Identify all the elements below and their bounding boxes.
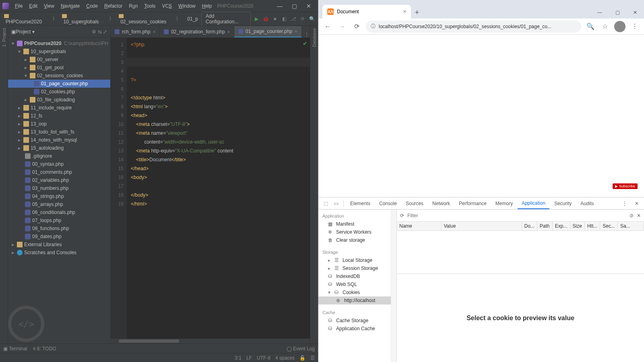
browser-minimize-icon[interactable]: — — [591, 6, 609, 19]
ide-toolbar: PHPCourse2020〉 10_superglobals〉 02_sessi… — [0, 12, 318, 26]
menu-view[interactable]: View — [41, 2, 57, 10]
sidebar-scrollbar[interactable] — [391, 210, 396, 362]
menu-tools[interactable]: Tools — [141, 2, 158, 10]
run-icon[interactable]: ▶ — [253, 15, 260, 23]
stop-icon[interactable]: ■ — [272, 15, 279, 23]
url-text: localhost/PHPCourse2020/10_superglobals/… — [379, 24, 551, 29]
editor-area: rch_form.php× 02_registration_form.php× … — [111, 26, 310, 343]
cookies-table[interactable]: Name Value Do... Path Exp... Size Htt...… — [397, 222, 644, 274]
sidebar-websql[interactable]: ⛁Web SQL — [318, 280, 396, 288]
forward-icon[interactable]: → — [337, 21, 347, 32]
menu-edit[interactable]: Edit — [26, 2, 40, 10]
device-toolbar-icon[interactable]: ▭ — [331, 199, 341, 208]
back-icon[interactable]: ← — [322, 21, 333, 32]
sidebar-cache-storage[interactable]: ⛁Cache Storage — [318, 317, 396, 325]
dt-tab-network[interactable]: Network — [428, 198, 454, 209]
inspect-element-icon[interactable]: ⬚ — [321, 199, 330, 208]
project-header: ▣ Project▾ ⚙ ⇆ ⤢ — [8, 26, 110, 38]
profile-avatar[interactable] — [614, 21, 625, 32]
bookmark-icon[interactable]: ☆ — [600, 21, 610, 32]
dt-tab-security[interactable]: Security — [550, 198, 576, 209]
file-encoding[interactable]: UTF-8 — [257, 355, 270, 361]
update-icon[interactable]: ⟳ — [299, 15, 306, 23]
database-tool-button[interactable]: Database — [312, 28, 317, 47]
cookies-filter-input[interactable] — [407, 213, 626, 218]
menu-vcs[interactable]: VCS — [159, 2, 175, 10]
menu-help[interactable]: Help — [199, 2, 215, 10]
sidebar-session-storage[interactable]: ▸☰Session Storage — [318, 264, 396, 272]
refresh-icon[interactable]: ⟳ — [400, 213, 404, 218]
sidebar-service-workers[interactable]: ✲Service Workers — [318, 228, 396, 236]
todo-button[interactable]: ≡ 6: TODO — [33, 346, 56, 352]
mem-icon: ☰ — [310, 355, 315, 361]
debug-icon[interactable]: 🐞 — [262, 15, 269, 23]
sidebar-manifest[interactable]: ▦Manifest — [318, 220, 396, 228]
coverage-icon[interactable]: ◧ — [281, 15, 288, 23]
project-tool-button[interactable]: 1: Project — [2, 28, 6, 47]
browser-maximize-icon[interactable]: ▢ — [609, 6, 626, 19]
event-log-button[interactable]: ◯ Event Log — [287, 346, 315, 352]
site-info-icon[interactable]: ⓘ — [371, 23, 376, 30]
new-tab-button[interactable]: + — [411, 6, 423, 19]
indent-setting[interactable]: 4 spaces — [275, 355, 295, 361]
youtube-subscribe-badge[interactable]: ▶ Subscribe — [613, 183, 638, 189]
sidebar-clear-storage[interactable]: 🗑Clear storage — [318, 236, 396, 244]
clear-all-icon[interactable]: ⊘ — [630, 213, 634, 218]
sidebar-indexeddb[interactable]: ⛁IndexedDB — [318, 272, 396, 280]
close-tab-icon[interactable]: × — [403, 9, 406, 14]
terminal-button[interactable]: ▣ Terminal — [3, 346, 27, 352]
reload-icon[interactable]: ⟳ — [351, 21, 362, 32]
sidebar-cookies[interactable]: ▾⛁Cookies — [318, 288, 396, 296]
editor-scrollbar[interactable] — [111, 339, 310, 343]
menu-code[interactable]: Code — [83, 2, 101, 10]
add-configuration-button[interactable]: Add Configuration... — [201, 12, 251, 26]
delete-icon[interactable]: ✕ — [637, 213, 641, 218]
dt-tab-elements[interactable]: Elements — [346, 198, 374, 209]
code-editor[interactable]: 12345678910111213141516171819 <?php ?> <… — [111, 38, 310, 339]
ide-statusbar: 3:1 LF UTF-8 4 spaces 🔓 ☰ — [0, 353, 318, 362]
readonly-icon[interactable]: 🔓 — [299, 355, 305, 361]
sidebar-local-storage[interactable]: ▸☰Local Storage — [318, 256, 396, 264]
sidebar-application-cache[interactable]: ⛁Application Cache — [318, 325, 396, 333]
browser-close-icon[interactable]: ✕ — [626, 6, 644, 19]
project-settings-icon[interactable]: ⚙ ⇆ ⤢ — [92, 29, 107, 35]
dt-tab-console[interactable]: Console — [375, 198, 401, 209]
ide-menu: File Edit View Navigate Code Refactor Ru… — [12, 2, 215, 10]
close-icon[interactable]: × — [153, 29, 155, 34]
dt-settings-icon[interactable]: ⋮ — [620, 199, 630, 208]
browser-tab[interactable]: ΧΛ Document × — [322, 5, 411, 19]
menu-run[interactable]: Run — [126, 2, 140, 10]
dt-tab-application[interactable]: Application — [518, 198, 549, 209]
dt-tab-audits[interactable]: Audits — [576, 198, 598, 209]
caret-position[interactable]: 3:1 — [235, 355, 242, 361]
ide-close-icon[interactable]: ✕ — [302, 2, 316, 10]
breadcrumb[interactable]: PHPCourse2020〉 10_superglobals〉 02_sessi… — [2, 12, 201, 25]
devtools-sidebar[interactable]: Application ▦Manifest ✲Service Workers 🗑… — [318, 210, 397, 362]
dt-tab-performance[interactable]: Performance — [455, 198, 491, 209]
git-icon[interactable]: ⎇ — [290, 15, 297, 23]
dt-tab-sources[interactable]: Sources — [402, 198, 427, 209]
menu-icon[interactable]: ⋮ — [630, 21, 640, 32]
dt-tab-memory[interactable]: Memory — [491, 198, 517, 209]
tab-registration-form[interactable]: 02_registration_form.php× — [160, 26, 234, 37]
zoom-icon[interactable]: 🔍 — [585, 21, 596, 32]
line-ending[interactable]: LF — [246, 355, 252, 361]
browser-toolbar: ← → ⟳ ⓘ localhost/PHPCourse2020/10_super… — [318, 19, 644, 35]
tab-search-form[interactable]: rch_form.php× — [111, 26, 160, 37]
search-everywhere-icon[interactable]: 🔍 — [309, 15, 316, 23]
menu-file[interactable]: File — [12, 2, 25, 10]
menu-refactor[interactable]: Refactor — [101, 2, 125, 10]
dt-close-icon[interactable]: ✕ — [632, 199, 642, 208]
project-tree[interactable]: ▾PHPCourse2020C:\xampp\htdocs\PH ▾10_sup… — [8, 38, 110, 343]
menu-window[interactable]: Window — [175, 2, 198, 10]
code-content[interactable]: <?php ?> <!doctype html> <html lang="en"… — [127, 38, 310, 339]
menu-navigate[interactable]: Navigate — [58, 2, 83, 10]
tab-page-counter[interactable]: 01_page_counter.php× — [234, 26, 302, 37]
close-icon[interactable]: × — [295, 29, 297, 34]
sidebar-cookies-localhost[interactable]: ⊕http://localhost — [318, 296, 396, 304]
ide-minimize-icon[interactable]: — — [273, 2, 287, 10]
devtools-tabs: ⬚ ▭ Elements Console Sources Network Per… — [318, 197, 644, 210]
ide-maximize-icon[interactable]: ▢ — [287, 2, 301, 10]
address-bar[interactable]: ⓘ localhost/PHPCourse2020/10_superglobal… — [366, 21, 581, 33]
close-icon[interactable]: × — [227, 29, 230, 34]
